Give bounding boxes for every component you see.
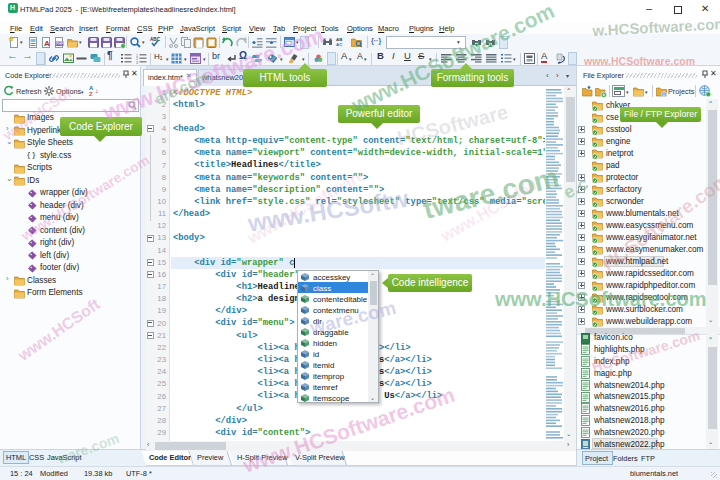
svg-text:AB: AB (336, 37, 342, 42)
svg-text:AC: AC (336, 42, 343, 47)
svg-text:PHP: PHP (56, 42, 64, 46)
svg-text:3: 3 (136, 61, 138, 65)
svg-text:A: A (44, 39, 50, 48)
svg-text:ABC: ABC (150, 37, 161, 42)
